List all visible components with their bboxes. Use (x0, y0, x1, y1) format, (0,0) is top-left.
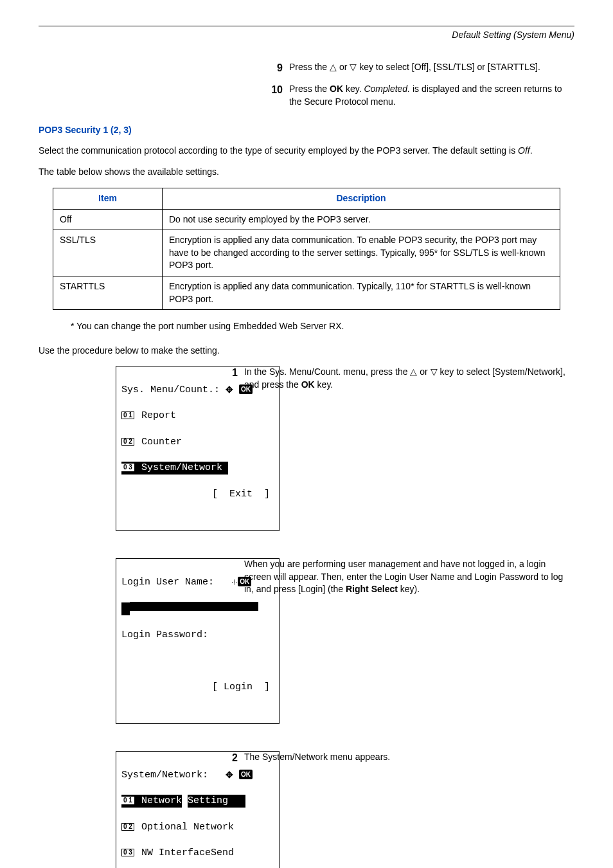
menu-index-icon: 0 3 (121, 464, 134, 471)
nav-arrows-icon: ✥ (226, 770, 233, 779)
menu-index-icon: 0 3 (121, 849, 134, 856)
menu-index-icon: 0 2 (121, 823, 134, 831)
step-text: Press the △ or ▽ key to select [Off], [S… (289, 61, 574, 75)
table-header-item: Item (53, 188, 163, 209)
ok-icon: OK (239, 384, 253, 395)
section-paragraph-2: The table below shows the available sett… (39, 166, 574, 179)
table-cell-item: STARTTLS (53, 276, 163, 309)
table-row: SSL/TLS Encryption is applied any data c… (53, 230, 560, 276)
step-text: In the Sys. Menu/Count. menu, press the … (244, 366, 574, 391)
procedure-intro: Use the procedure below to make the sett… (39, 345, 574, 357)
down-triangle-icon: ▽ (431, 366, 438, 377)
settings-table: Item Description Off Do not use security… (53, 188, 560, 310)
section-paragraph-1: Select the communication protocol accord… (39, 145, 574, 158)
step-text: Press the OK key. Completed. is displaye… (289, 83, 574, 108)
table-cell-desc: Do not use security employed by the POP3… (163, 209, 560, 230)
table-row: Off Do not use security employed by the … (53, 209, 560, 230)
lcd-screen-1: Sys. Menu/Count.: ✥ OK 0 1 Report 0 2 Co… (116, 366, 280, 531)
lcd-screen-3: System/Network: ✥ OK 0 1 Network Setting… (116, 751, 280, 868)
top-steps: 9 Press the △ or ▽ key to select [Off], … (270, 61, 574, 109)
menu-index-icon: 0 1 (121, 411, 134, 419)
step-text: The System/Network menu appears. (244, 751, 574, 765)
page-header: Default Setting (System Menu) (39, 26, 574, 42)
up-triangle-icon: △ (330, 62, 337, 72)
menu-index-icon: 0 1 (121, 797, 134, 804)
nav-arrows-icon: ✥ (226, 385, 233, 394)
step-number: 10 (270, 83, 289, 108)
text-nav-icon: ·⁞· (231, 578, 238, 586)
lcd-screen-2: Login User Name: ·⁞·OK Login Password: [… (116, 558, 280, 724)
header-section-title: Default Setting (System Menu) (39, 26, 574, 42)
menu-index-icon: 0 2 (121, 438, 134, 446)
table-row: STARTTLS Encryption is applied any data … (53, 276, 560, 309)
step-9: 9 Press the △ or ▽ key to select [Off], … (270, 61, 574, 75)
table-footnote: * You can change the port number using E… (71, 320, 574, 333)
table-header-description: Description (163, 188, 560, 209)
step-number: 9 (270, 61, 289, 75)
table-cell-item: SSL/TLS (53, 230, 163, 276)
section-heading: POP3 Security 1 (2, 3) (39, 124, 574, 137)
table-cell-desc: Encryption is applied any data communica… (163, 230, 560, 276)
step-10: 10 Press the OK key. Completed. is displ… (270, 83, 574, 108)
down-triangle-icon: ▽ (350, 62, 357, 72)
ok-icon: OK (239, 770, 253, 780)
table-cell-desc: Encryption is applied any data communica… (163, 276, 560, 309)
table-cell-item: Off (53, 209, 163, 230)
up-triangle-icon: △ (410, 366, 417, 377)
note-text: When you are performing user management … (244, 558, 574, 596)
ok-icon: OK (238, 577, 251, 587)
